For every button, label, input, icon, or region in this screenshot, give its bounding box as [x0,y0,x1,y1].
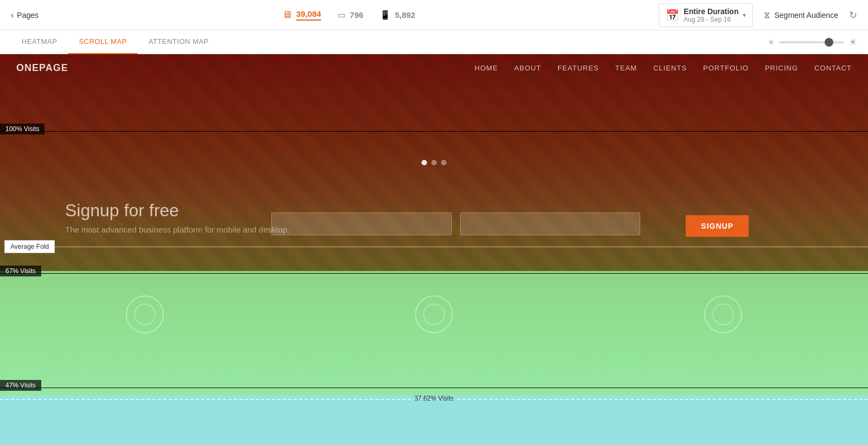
mobile-stat[interactable]: 📱 5,892 [380,10,416,20]
input-area [271,212,640,235]
filter-icon: ⧖ [764,10,770,20]
feature-icon-3-inner [712,304,734,325]
avg-fold-line [55,247,868,247]
tab-attention-map[interactable]: ATTENTION MAP [138,30,220,54]
average-fold-marker: Average Fold [0,240,868,253]
nav-features: FEATURES [558,64,599,72]
visits-67-line [0,273,868,274]
nav-team: TEAM [615,64,637,72]
nav-clients: CLIENTS [653,64,687,72]
signup-button[interactable]: SIGNUP [686,215,749,237]
visits-47-badge: 47% Visits [0,380,41,391]
segment-button[interactable]: ⧖ Segment Audience [764,10,838,20]
brightness-slider[interactable]: ☀ ☀ [768,36,857,48]
device-stats: 🖥 39,084 ▭ 796 📱 5,892 [49,9,648,21]
nav-about: ABoUT [514,64,541,72]
duration-subtitle: Aug 28 - Sep 16 [684,16,738,23]
top-bar: ‹ Pages 🖥 39,084 ▭ 796 📱 5,892 📅 Entire … [0,0,868,30]
feature-icon-1-inner [134,304,156,325]
tablet-icon: ▭ [337,10,346,20]
visits-47-line [0,388,868,388]
signup-heading: Signup for free [65,201,290,221]
feature-icon-3 [704,295,742,333]
back-label: Pages [17,11,39,20]
back-button[interactable]: ‹ Pages [11,10,39,20]
average-fold-label: Average Fold [4,240,55,253]
signup-subtext: The most advanced business platform for … [65,225,290,234]
brightness-high-icon: ☀ [848,36,857,48]
back-arrow-icon: ‹ [11,10,14,20]
segment-label: Segment Audience [774,11,838,20]
website-nav: ONEPAGE HOME ABoUT FEATURES TEAM CLIENTS… [0,54,868,81]
desktop-count: 39,084 [296,9,321,21]
dot-2[interactable] [431,160,437,165]
email-input [460,212,641,235]
tab-scroll-map[interactable]: SCROLL MAP [68,30,137,54]
heatmap-gradient-lower [0,271,868,396]
desktop-stat[interactable]: 🖥 39,084 [282,9,321,21]
name-input [271,212,452,235]
tablet-count: 796 [350,10,363,20]
feature-icon-2 [415,295,453,333]
chevron-down-icon: ▾ [743,11,746,19]
visits-100-line [0,131,868,132]
mobile-count: 5,892 [395,10,416,20]
duration-title: Entire Duration [684,7,738,16]
visits-100-badge: 100% Visits [0,124,44,134]
heatmap-gradient-bottom [0,396,868,445]
tablet-stat[interactable]: ▭ 796 [337,10,363,20]
duration-button[interactable]: 📅 Entire Duration Aug 28 - Sep 16 ▾ [659,3,753,27]
dot-1[interactable] [422,160,427,165]
feature-icon-1 [126,295,164,333]
nav-pricing: PRICING [765,64,798,72]
signup-section: Signup for free The most advanced busine… [65,201,290,234]
carousel-dots [422,160,446,165]
visits-3762-container: 37.62% Visits [0,399,868,400]
refresh-button[interactable]: ↻ [849,9,857,21]
tab-heatmap[interactable]: HEATMAP [11,30,68,54]
visits-67-badge: 67% Visits [0,266,41,276]
nav-portfolio: PORTFOLIO [703,64,749,72]
nav-logo: ONEPAGE [16,62,68,74]
calendar-icon: 📅 [666,9,679,22]
nav-contact: ConTACT [814,64,852,72]
dot-3[interactable] [441,160,446,165]
desktop-icon: 🖥 [282,9,292,21]
features-area [0,295,868,333]
nav-links: HOME ABoUT FEATURES TEAM CLIENTS PORTFOL… [475,64,852,72]
tab-bar: HEATMAP SCROLL MAP ATTENTION MAP ☀ ☀ [0,30,868,54]
visits-3762-label: 37.62% Visits [414,395,454,402]
slider-thumb[interactable] [825,38,833,47]
slider-track[interactable] [779,41,844,43]
mobile-icon: 📱 [380,10,391,20]
feature-icon-2-inner [423,304,445,325]
main-content: ONEPAGE HOME ABoUT FEATURES TEAM CLIENTS… [0,54,868,445]
tabs: HEATMAP SCROLL MAP ATTENTION MAP [11,30,220,54]
top-bar-right: 📅 Entire Duration Aug 28 - Sep 16 ▾ ⧖ Se… [659,3,857,27]
brightness-low-icon: ☀ [768,38,775,47]
nav-home: HOME [475,64,498,72]
duration-info: Entire Duration Aug 28 - Sep 16 [684,7,738,23]
